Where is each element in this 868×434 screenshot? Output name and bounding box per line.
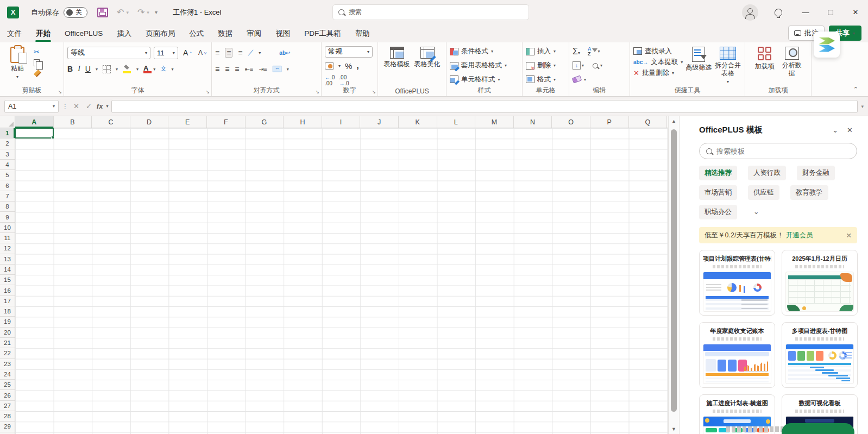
officeplus-floating-logo[interactable]: [814, 32, 840, 58]
increase-indent-button[interactable]: ⇥≡: [259, 66, 267, 72]
tab-formulas[interactable]: 公式: [182, 26, 211, 42]
cut-button[interactable]: ✂: [34, 48, 41, 56]
fx-dropdown-icon[interactable]: ▾: [106, 104, 108, 109]
comma-style-button[interactable]: ,: [356, 61, 358, 71]
align-top-button[interactable]: ≡: [215, 49, 219, 56]
row-header-14[interactable]: 14: [0, 265, 15, 275]
alignment-dialog-launcher[interactable]: ↘: [315, 89, 319, 95]
template-search-input[interactable]: [716, 147, 850, 155]
decrease-decimal-button[interactable]: .00→.0: [339, 74, 349, 86]
conditional-format-button[interactable]: 条件格式▾: [450, 46, 519, 58]
column-header-P[interactable]: P: [590, 116, 629, 128]
banner-close-icon[interactable]: ✕: [846, 231, 852, 240]
merge-dropdown-icon[interactable]: ▾: [287, 67, 289, 72]
column-header-G[interactable]: G: [246, 116, 284, 128]
clipboard-dialog-launcher[interactable]: ↘: [58, 89, 62, 95]
column-header-A[interactable]: A: [15, 116, 54, 128]
column-header-O[interactable]: O: [552, 116, 590, 128]
font-color-dropdown-icon[interactable]: ▾: [153, 67, 155, 72]
expand-formula-bar-icon[interactable]: ▾: [861, 104, 864, 109]
fill-handle[interactable]: [51, 136, 54, 139]
increase-decimal-button[interactable]: ←.0.00: [325, 74, 335, 86]
autosum-button[interactable]: Σ▾: [573, 47, 580, 56]
accounting-dropdown-icon[interactable]: ▾: [338, 64, 341, 68]
fill-color-button[interactable]: [123, 65, 131, 73]
redo-icon[interactable]: ↷: [137, 7, 144, 17]
phonetic-button[interactable]: 文: [160, 65, 166, 74]
chip-office[interactable]: 职场办公: [699, 205, 737, 219]
undo-dropdown-icon[interactable]: ▾: [126, 10, 129, 15]
chip-education[interactable]: 教育教学: [790, 185, 828, 200]
chip-featured[interactable]: 精选推荐: [699, 166, 737, 180]
align-left-button[interactable]: ≡: [215, 65, 219, 73]
row-header-4[interactable]: 4: [0, 160, 15, 170]
vertical-scrollbar[interactable]: ▲ ▼: [668, 116, 679, 434]
scrollbar-thumb[interactable]: [671, 129, 677, 412]
percent-button[interactable]: %: [345, 61, 352, 71]
underline-dropdown-icon[interactable]: ▾: [96, 67, 98, 72]
title-search-box[interactable]: 搜索: [332, 4, 529, 20]
delete-cells-button[interactable]: ✕ 删除▾: [526, 60, 565, 72]
template-card[interactable]: 项目计划跟踪管理表(甘特图): [699, 250, 775, 316]
select-all-corner[interactable]: [0, 116, 15, 128]
table-template-button[interactable]: 表格模板: [383, 46, 411, 86]
split-merge-button[interactable]: 拆分合并表格 ▾: [714, 46, 741, 86]
underline-button[interactable]: U: [85, 65, 91, 73]
column-header-D[interactable]: D: [130, 116, 169, 128]
insert-function-icon[interactable]: fx: [97, 102, 103, 110]
row-header-13[interactable]: 13: [0, 254, 15, 265]
fill-button[interactable]: ↓▾: [573, 61, 584, 70]
chip-finance[interactable]: 财务金融: [797, 166, 835, 180]
column-header-K[interactable]: K: [399, 116, 437, 128]
align-bottom-button[interactable]: ≡: [238, 49, 242, 56]
row-header-8[interactable]: 8: [0, 202, 15, 212]
minimize-button[interactable]: —: [793, 0, 818, 24]
column-header-H[interactable]: H: [284, 116, 322, 128]
row-header-22[interactable]: 22: [0, 348, 15, 358]
paste-button[interactable]: 粘贴 ▾: [3, 46, 32, 86]
row-header-26[interactable]: 26: [0, 390, 15, 400]
font-size-combo[interactable]: 11▾: [154, 47, 178, 59]
advanced-filter-button[interactable]: 高级筛选: [685, 46, 712, 86]
tab-view[interactable]: 视图: [268, 26, 297, 42]
column-header-C[interactable]: C: [92, 116, 130, 128]
font-name-combo[interactable]: 等线▾: [67, 47, 150, 59]
row-header-5[interactable]: 5: [0, 170, 15, 180]
analyze-data-button[interactable]: 分析数据: [779, 46, 804, 86]
font-color-button[interactable]: A: [143, 65, 148, 73]
find-entry-button[interactable]: 查找录入: [633, 46, 683, 56]
row-header-17[interactable]: 17: [0, 296, 15, 306]
template-card[interactable]: 2025年1月-12月日历: [782, 250, 858, 316]
orientation-dropdown-icon[interactable]: ▾: [259, 51, 261, 55]
chips-expand-icon[interactable]: ⌄: [748, 205, 764, 219]
row-header-16[interactable]: 16: [0, 285, 15, 295]
cell-styles-button[interactable]: 单元格样式▾: [450, 73, 519, 85]
row-header-11[interactable]: 11: [0, 233, 15, 243]
format-cells-button[interactable]: 格式▾: [526, 73, 565, 85]
align-middle-button[interactable]: ≡: [225, 48, 232, 58]
save-icon[interactable]: [97, 8, 108, 17]
sort-filter-button[interactable]: AZ▾: [588, 47, 600, 56]
row-header-6[interactable]: 6: [0, 180, 15, 191]
row-header-21[interactable]: 21: [0, 338, 15, 348]
text-extract-button[interactable]: abc→ 文本提取▾: [633, 56, 683, 67]
tab-data[interactable]: 数据: [211, 26, 240, 42]
qat-customize-icon[interactable]: ▾: [155, 9, 158, 15]
decrease-font-button[interactable]: Av: [197, 48, 208, 57]
account-avatar[interactable]: [742, 4, 758, 21]
row-header-29[interactable]: 29: [0, 422, 15, 432]
merge-center-button[interactable]: [273, 66, 281, 72]
tab-help[interactable]: 帮助: [348, 26, 377, 42]
column-header-F[interactable]: F: [207, 116, 246, 128]
italic-button[interactable]: I: [78, 65, 80, 73]
bold-button[interactable]: B: [67, 65, 73, 73]
column-header-L[interactable]: L: [437, 116, 476, 128]
row-header-18[interactable]: 18: [0, 306, 15, 317]
scroll-up-icon[interactable]: ▲: [669, 116, 679, 126]
decrease-indent-button[interactable]: ⇤≡: [245, 66, 254, 72]
template-card[interactable]: 年度家庭收支记账本: [699, 322, 775, 388]
row-header-10[interactable]: 10: [0, 223, 15, 233]
orientation-button[interactable]: ⟋: [248, 49, 254, 56]
align-right-button[interactable]: ≡: [235, 65, 239, 73]
tab-pdf-tools[interactable]: PDF工具箱: [297, 26, 348, 42]
